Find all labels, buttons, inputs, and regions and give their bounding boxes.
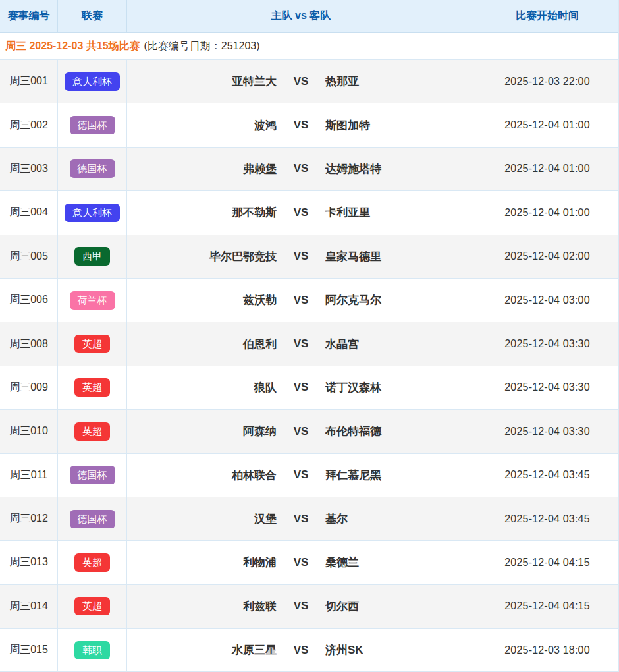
match-row: 周三010 英超 阿森纳 VS 布伦特福德 2025-12-04 03:30 (0, 410, 618, 453)
match-rows-container: 周三001 意大利杯 亚特兰大 VS 热那亚 2025-12-03 22:00 … (0, 60, 618, 672)
league-cell: 德国杯 (58, 148, 127, 190)
header-league: 联赛 (58, 0, 127, 32)
match-id: 周三009 (9, 381, 48, 395)
league-cell: 德国杯 (58, 103, 127, 146)
match-row: 周三004 意大利杯 那不勒斯 VS 卡利亚里 2025-12-04 01:00 (0, 191, 618, 235)
teams-cell: 兹沃勒 VS 阿尔克马尔 (127, 279, 475, 322)
start-time-cell: 2025-12-04 01:00 (475, 103, 619, 146)
start-time-cell: 2025-12-03 18:00 (475, 629, 619, 671)
teams-cell: 汉堡 VS 基尔 (127, 497, 475, 540)
start-time-cell: 2025-12-04 03:45 (475, 454, 619, 497)
away-team: 斯图加特 (325, 118, 468, 133)
league-cell: 英超 (58, 585, 127, 628)
match-row: 周三001 意大利杯 亚特兰大 VS 热那亚 2025-12-03 22:00 (0, 60, 618, 103)
start-time: 2025-12-03 22:00 (504, 76, 590, 88)
start-time: 2025-12-03 18:00 (504, 644, 590, 656)
match-id-cell: 周三003 (0, 148, 58, 190)
league-cell: 荷兰杯 (58, 279, 127, 322)
match-id-cell: 周三011 (0, 454, 58, 497)
league-cell: 意大利杯 (58, 191, 127, 234)
match-row: 周三003 德国杯 弗赖堡 VS 达姆施塔特 2025-12-04 01:00 (0, 148, 618, 191)
start-time-cell: 2025-12-03 22:00 (475, 60, 619, 103)
teams-cell: 弗赖堡 VS 达姆施塔特 (127, 148, 475, 190)
vs-label: VS (277, 250, 325, 263)
start-time: 2025-12-04 03:00 (504, 294, 590, 306)
match-row: 周三013 英超 利物浦 VS 桑德兰 2025-12-04 04:15 (0, 541, 618, 584)
start-time: 2025-12-04 03:30 (504, 381, 590, 393)
home-team: 兹沃勒 (134, 293, 277, 308)
away-team: 达姆施塔特 (325, 161, 468, 177)
away-team: 桑德兰 (325, 555, 468, 570)
match-row: 周三015 韩职 水原三星 VS 济州SK 2025-12-03 18:00 (0, 629, 618, 672)
home-team: 柏林联合 (134, 468, 277, 483)
league-badge: 德国杯 (70, 466, 115, 484)
match-id: 周三003 (9, 162, 48, 176)
teams-cell: 那不勒斯 VS 卡利亚里 (127, 191, 475, 234)
match-id-cell: 周三015 (0, 629, 58, 671)
start-time-cell: 2025-12-04 01:00 (475, 148, 619, 190)
league-badge: 意大利杯 (65, 204, 120, 222)
start-time-cell: 2025-12-04 03:30 (475, 322, 619, 365)
vs-label: VS (277, 513, 325, 526)
match-row: 周三006 荷兰杯 兹沃勒 VS 阿尔克马尔 2025-12-04 03:00 (0, 279, 618, 322)
start-time-cell: 2025-12-04 03:30 (475, 366, 619, 409)
header-start-time: 比赛开始时间 (475, 0, 619, 32)
league-badge: 荷兰杯 (70, 291, 115, 310)
home-team: 汉堡 (134, 511, 277, 526)
match-code-note: (比赛编号日期：251203) (144, 40, 260, 53)
vs-label: VS (277, 337, 325, 350)
league-cell: 韩职 (58, 629, 127, 671)
teams-cell: 利兹联 VS 切尔西 (127, 585, 475, 628)
teams-cell: 水原三星 VS 济州SK (127, 629, 475, 671)
header-match-id: 赛事编号 (0, 0, 58, 32)
match-id: 周三010 (9, 424, 48, 438)
vs-label: VS (277, 556, 325, 569)
away-team: 皇家马德里 (325, 249, 468, 264)
vs-label: VS (277, 425, 325, 438)
league-badge: 德国杯 (70, 116, 115, 134)
teams-cell: 柏林联合 VS 拜仁慕尼黑 (127, 454, 475, 497)
match-id: 周三008 (9, 337, 48, 351)
teams-cell: 阿森纳 VS 布伦特福德 (127, 410, 475, 453)
league-cell: 英超 (58, 322, 127, 365)
match-id-cell: 周三008 (0, 322, 58, 365)
league-badge: 英超 (74, 378, 110, 397)
match-id-cell: 周三012 (0, 497, 58, 540)
match-id: 周三011 (10, 468, 48, 482)
vs-label: VS (277, 162, 325, 175)
away-team: 水晶宫 (325, 337, 468, 352)
vs-label: VS (277, 119, 325, 132)
vs-label: VS (277, 468, 325, 482)
match-id: 周三012 (9, 512, 48, 526)
vs-label: VS (277, 600, 325, 613)
match-id-cell: 周三001 (0, 60, 58, 103)
league-cell: 德国杯 (58, 497, 127, 540)
league-cell: 意大利杯 (58, 60, 127, 103)
start-time: 2025-12-04 01:00 (504, 163, 590, 175)
start-time: 2025-12-04 04:15 (504, 600, 590, 612)
teams-cell: 伯恩利 VS 水晶宫 (127, 322, 475, 365)
away-team: 切尔西 (325, 599, 468, 614)
league-cell: 英超 (58, 541, 127, 584)
home-team: 波鸿 (134, 118, 277, 133)
away-team: 热那亚 (325, 74, 468, 89)
home-team: 毕尔巴鄂竞技 (134, 249, 277, 264)
match-row: 周三002 德国杯 波鸿 VS 斯图加特 2025-12-04 01:00 (0, 103, 618, 147)
match-id-cell: 周三010 (0, 410, 58, 453)
away-team: 阿尔克马尔 (325, 293, 468, 308)
league-badge: 德国杯 (70, 159, 115, 178)
match-id: 周三002 (9, 119, 48, 132)
match-row: 周三005 西甲 毕尔巴鄂竞技 VS 皇家马德里 2025-12-04 02:0… (0, 235, 618, 279)
match-row: 周三011 德国杯 柏林联合 VS 拜仁慕尼黑 2025-12-04 03:45 (0, 454, 618, 497)
league-badge: 西甲 (74, 247, 110, 266)
home-team: 弗赖堡 (134, 161, 277, 177)
league-cell: 英超 (58, 410, 127, 453)
match-id: 周三004 (9, 206, 48, 219)
league-cell: 西甲 (58, 235, 127, 278)
teams-cell: 利物浦 VS 桑德兰 (127, 541, 475, 584)
home-team: 利兹联 (134, 599, 277, 614)
start-time-cell: 2025-12-04 03:00 (475, 279, 619, 322)
away-team: 济州SK (325, 642, 468, 658)
start-time: 2025-12-04 03:30 (504, 338, 590, 350)
league-badge: 英超 (74, 597, 110, 615)
